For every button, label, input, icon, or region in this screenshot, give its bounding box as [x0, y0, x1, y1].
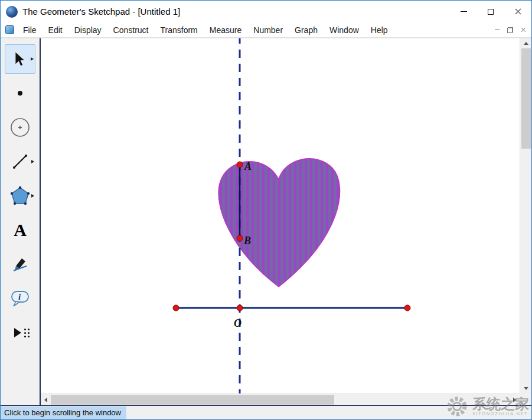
mdi-restore-button[interactable] [504, 25, 516, 35]
tool-compass[interactable] [5, 113, 35, 142]
menu-item-transform[interactable]: Transform [155, 23, 204, 37]
app-window: The Geometer's Sketchpad - [Untitled 1] … [0, 0, 532, 420]
scroll-right-button[interactable] [510, 394, 520, 406]
close-icon [514, 8, 522, 15]
tool-custom[interactable] [5, 318, 35, 347]
tool-information[interactable]: i [5, 284, 35, 313]
point-b[interactable] [237, 235, 243, 241]
segment-tool-icon [12, 153, 28, 170]
label-o[interactable]: O [234, 317, 241, 329]
window-controls [450, 1, 531, 22]
play-triangle-icon [14, 328, 21, 337]
canvas[interactable]: A B O [41, 38, 520, 393]
scroll-down-button[interactable] [520, 383, 532, 393]
mdi-close-button[interactable] [517, 25, 529, 35]
menu-item-help[interactable]: Help [365, 23, 394, 37]
sketch-area: A B O [41, 38, 520, 405]
scroll-left-icon [44, 398, 47, 402]
flyout-arrow-icon [31, 160, 34, 163]
menu-item-measure[interactable]: Measure [204, 23, 247, 37]
menu-item-edit[interactable]: Edit [43, 23, 68, 37]
tool-selection-arrow[interactable] [5, 44, 35, 74]
scrollbar-corner [520, 393, 531, 405]
app-icon [6, 6, 18, 18]
segment-right-endpoint[interactable] [404, 305, 410, 311]
minimize-icon [461, 11, 467, 12]
info-bubble-icon: i [10, 290, 30, 307]
menu-bar: File Edit Display Construct Transform Me… [1, 22, 531, 38]
scroll-down-icon [524, 387, 528, 390]
sketch-svg: A B O [41, 38, 520, 393]
tool-straightedge[interactable] [5, 147, 35, 176]
menu-item-window[interactable]: Window [324, 23, 365, 37]
flyout-arrow-icon [31, 57, 34, 61]
maximize-icon [488, 9, 494, 15]
vertical-scrollbar[interactable] [520, 38, 531, 393]
status-bar: Click to begin scrolling the window [1, 405, 531, 419]
compass-circle-icon [9, 116, 31, 139]
point-o[interactable] [237, 305, 243, 311]
right-scroll-column [520, 38, 531, 405]
scroll-right-icon [513, 398, 516, 402]
title-bar: The Geometer's Sketchpad - [Untitled 1] [1, 1, 531, 22]
mdi-minimize-icon [495, 29, 500, 30]
maximize-button[interactable] [477, 1, 504, 22]
label-b[interactable]: B [243, 235, 251, 247]
scroll-left-button[interactable] [41, 394, 51, 406]
marker-pen-icon [12, 256, 28, 273]
client-area: A i [1, 38, 531, 405]
polygon-tool-icon [10, 186, 30, 205]
dots-icon [24, 329, 26, 330]
horizontal-scroll-track[interactable] [51, 394, 510, 405]
mdi-close-icon [521, 27, 526, 32]
text-tool-icon: A [14, 221, 27, 239]
vertical-scroll-thumb[interactable] [521, 48, 531, 149]
menu-item-graph[interactable]: Graph [289, 23, 324, 37]
point-a[interactable] [237, 162, 243, 168]
segment-left-endpoint[interactable] [173, 305, 179, 311]
menu-item-file[interactable]: File [17, 23, 43, 37]
minimize-button[interactable] [450, 1, 477, 22]
tool-marker[interactable] [5, 250, 35, 279]
scroll-up-button[interactable] [520, 38, 532, 48]
custom-tool-icon [14, 328, 26, 337]
menu-item-construct[interactable]: Construct [107, 23, 155, 37]
mdi-minimize-button[interactable] [491, 25, 503, 35]
horizontal-scroll-thumb[interactable] [51, 395, 334, 405]
mdi-restore-icon [507, 27, 513, 33]
tool-point[interactable] [5, 78, 35, 108]
menu-item-number[interactable]: Number [247, 23, 289, 37]
label-a[interactable]: A [244, 160, 252, 172]
status-message: Click to begin scrolling the window [1, 406, 126, 419]
horizontal-scrollbar[interactable] [41, 393, 520, 405]
flyout-arrow-icon [31, 194, 34, 198]
arrow-cursor-icon [13, 51, 27, 67]
menu-item-display[interactable]: Display [68, 23, 107, 37]
document-icon[interactable] [5, 25, 14, 34]
tool-polygon[interactable] [5, 181, 35, 211]
vertical-scroll-track[interactable] [520, 48, 531, 383]
scroll-up-icon [524, 42, 528, 45]
close-button[interactable] [504, 1, 531, 22]
toolbox: A i [1, 38, 41, 405]
mdi-window-controls [491, 25, 531, 35]
point-tool-icon [18, 91, 22, 96]
window-title: The Geometer's Sketchpad - [Untitled 1] [22, 6, 180, 17]
tool-text[interactable]: A [5, 215, 35, 245]
